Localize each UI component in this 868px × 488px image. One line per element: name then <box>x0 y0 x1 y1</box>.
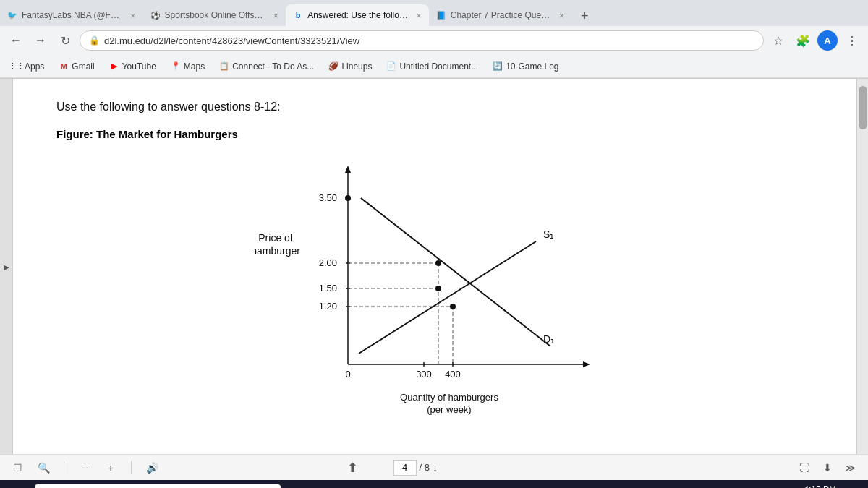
svg-text:Price of: Price of <box>258 232 293 244</box>
page-down-button[interactable]: ↓ <box>433 462 438 474</box>
clock-time: 4:15 PM <box>798 484 836 488</box>
address-box[interactable]: 🔒 d2l.mu.edu/d2l/le/content/428623/viewC… <box>80 30 764 51</box>
svg-line-27 <box>361 198 550 346</box>
fullscreen-button[interactable]: ⛶ <box>796 459 813 476</box>
system-clock[interactable]: 4:15 PM 4/20/2021 <box>798 484 836 488</box>
bookmark-lineups[interactable]: 🏈 Lineups <box>323 59 378 74</box>
connect-icon: 📋 <box>219 61 229 72</box>
maps-icon: 📍 <box>171 61 181 72</box>
tab-close-3[interactable]: × <box>416 10 422 21</box>
tab-answered[interactable]: b Answered: Use the following to a × <box>286 4 429 26</box>
svg-text:0: 0 <box>345 369 350 380</box>
gmail-icon: M <box>59 61 69 72</box>
bookmarks-bar: ⋮⋮ Apps M Gmail ▶ YouTube 📍 Maps 📋 Conne… <box>0 55 868 78</box>
market-chart: Price of hamburger 3.50 2 <box>254 155 601 422</box>
lineups-icon: 🏈 <box>328 61 339 72</box>
zoom-in-button[interactable]: + <box>102 459 119 476</box>
svg-point-31 <box>345 195 351 201</box>
svg-text:1.50: 1.50 <box>319 283 337 294</box>
refresh-button[interactable]: ↻ <box>55 30 75 51</box>
back-button[interactable]: ← <box>6 30 26 51</box>
start-button[interactable] <box>6 483 32 488</box>
svg-text:3.50: 3.50 <box>319 192 337 203</box>
svg-text:hamburger: hamburger <box>254 245 300 257</box>
apps-icon: ⋮⋮ <box>12 61 22 72</box>
bookmark-gamelog[interactable]: 🔄 10-Game Log <box>487 59 564 74</box>
bookmark-gmail-label: Gmail <box>72 61 94 72</box>
sidebar-collapse-icon[interactable]: ▶ <box>4 262 9 270</box>
svg-point-29 <box>435 286 441 291</box>
lock-icon: 🔒 <box>89 35 100 46</box>
bookmark-untitled-label: Untitled Document... <box>399 61 478 72</box>
tab-sportsbook[interactable]: ⚽ Sportsbook Online Offshore Spo × <box>143 4 286 26</box>
bookmark-connect[interactable]: 📋 Connect - To Do As... <box>213 59 320 74</box>
upload-icon[interactable]: ⬆ <box>344 459 362 476</box>
audio-button[interactable]: 🔊 <box>143 459 161 476</box>
toolbar-separator-1 <box>64 461 64 474</box>
more-menu-button[interactable]: ⋮ <box>842 30 862 51</box>
zoom-out-button[interactable]: − <box>76 459 93 476</box>
extensions-button[interactable]: 🧩 <box>793 30 813 51</box>
bookmark-untitled[interactable]: 📄 Untitled Document... <box>380 59 484 74</box>
page-number-input[interactable] <box>393 460 417 476</box>
figure-title: Figure: The Market for Hamburgers <box>56 128 813 140</box>
main-area: ▶ Use the following to answer questions … <box>0 79 868 454</box>
bookmark-apps-label: Apps <box>25 61 44 72</box>
bookmark-gmail[interactable]: M Gmail <box>53 59 100 74</box>
file-explorer-icon[interactable]: 📁 <box>537 483 563 488</box>
forward-button[interactable]: → <box>30 30 51 51</box>
download-button[interactable]: ⬇ <box>819 459 836 476</box>
svg-text:2.00: 2.00 <box>319 257 337 268</box>
right-scrollbar[interactable] <box>856 79 868 454</box>
bookmark-youtube[interactable]: ▶ YouTube <box>103 59 162 74</box>
svg-text:D₁: D₁ <box>543 333 555 345</box>
left-sidebar: ▶ <box>0 79 13 454</box>
tab-close-2[interactable]: × <box>273 10 279 21</box>
doc-instructions: Use the following to answer questions 8-… <box>56 100 813 114</box>
tab-favicon-1: 🐦 <box>7 10 17 20</box>
content-area: Use the following to answer questions 8-… <box>13 79 856 454</box>
page-view-toggle[interactable]: ☐ <box>9 459 26 476</box>
youtube-icon: ▶ <box>109 61 119 72</box>
bookmark-gamelog-label: 10-Game Log <box>506 61 558 72</box>
bookmark-apps[interactable]: ⋮⋮ Apps <box>6 59 50 74</box>
chrome-taskbar-icon[interactable] <box>480 483 506 488</box>
svg-text:400: 400 <box>445 369 461 380</box>
tab-label-3: Answered: Use the following to a <box>307 10 409 20</box>
untitled-icon: 📄 <box>386 61 396 72</box>
svg-marker-4 <box>345 166 351 173</box>
tab-label-2: Sportsbook Online Offshore Spo <box>165 10 266 20</box>
tab-close-1[interactable]: × <box>130 10 136 21</box>
svg-text:1.20: 1.20 <box>319 301 337 312</box>
svg-text:300: 300 <box>416 369 432 380</box>
profile-button[interactable]: A <box>817 30 838 51</box>
tab-fantasylabs[interactable]: 🐦 FantasyLabs NBA (@FantasyLabs × <box>0 4 143 26</box>
tab-close-4[interactable]: × <box>559 10 565 21</box>
expand-button[interactable]: ≫ <box>842 459 859 476</box>
bookmark-youtube-label: YouTube <box>122 61 156 72</box>
svg-line-24 <box>359 241 536 354</box>
tab-chapter7[interactable]: 📘 Chapter 7 Practice Questions - E × <box>429 4 572 26</box>
toolbar-separator-2 <box>131 461 132 474</box>
svg-text:Quantity of hamburgers: Quantity of hamburgers <box>400 392 498 403</box>
tab-label-4: Chapter 7 Practice Questions - E <box>451 10 552 20</box>
page-total: / 8 <box>420 462 430 473</box>
bookmark-star-button[interactable]: ☆ <box>768 30 788 51</box>
taskbar-search-box[interactable]: 🔍 Type here to search <box>35 484 281 488</box>
edge-taskbar-icon[interactable]: 🌐 <box>509 483 535 488</box>
page-indicator: ⬆ / 8 ↓ <box>344 459 438 476</box>
gamelog-icon: 🔄 <box>493 61 503 72</box>
bookmark-lineups-label: Lineups <box>341 61 372 72</box>
new-tab-button[interactable]: + <box>574 6 595 26</box>
find-button[interactable]: 🔍 <box>35 459 52 476</box>
taskbar-right: 📶 🔊 100% 4:15 PM 4/20/2021 2 <box>733 484 862 488</box>
bottom-toolbar: ☐ 🔍 − + 🔊 ⬆ / 8 ↓ ⛶ ⬇ ≫ <box>0 454 868 480</box>
browser-chrome: 🐦 FantasyLabs NBA (@FantasyLabs × ⚽ Spor… <box>0 0 868 79</box>
scrollbar-thumb[interactable] <box>859 86 867 129</box>
taskbar-center: ⊞ 🌐 📁 <box>284 483 731 488</box>
taskview-button[interactable]: ⊞ <box>451 483 477 488</box>
bookmark-maps[interactable]: 📍 Maps <box>165 59 210 74</box>
svg-marker-5 <box>583 361 590 367</box>
toolbar-right: ⛶ ⬇ ≫ <box>796 459 859 476</box>
bookmark-maps-label: Maps <box>184 61 205 72</box>
